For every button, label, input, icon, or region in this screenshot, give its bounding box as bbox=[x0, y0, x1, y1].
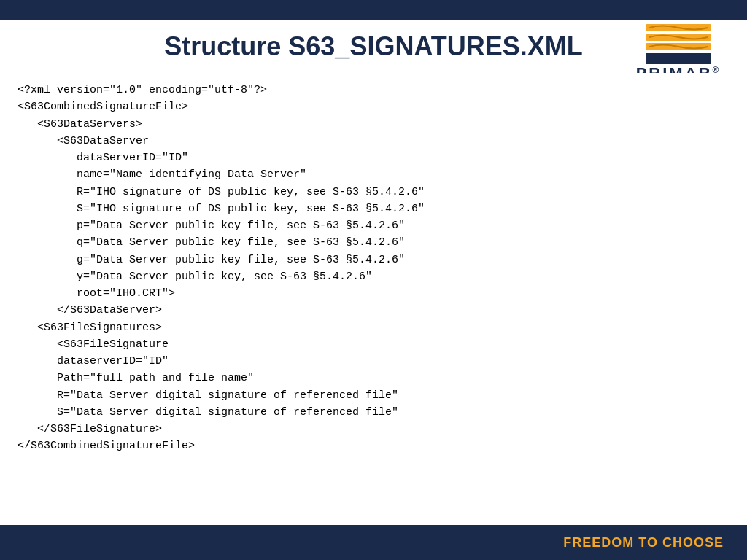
content-area: <?xml version="1.0" encoding="utf-8"?> <… bbox=[0, 73, 747, 525]
page-title: Structure S63_SIGNATURES.XML bbox=[164, 31, 582, 62]
xml-code-block: <?xml version="1.0" encoding="utf-8"?> <… bbox=[18, 82, 729, 455]
svg-rect-3 bbox=[646, 53, 711, 64]
primar-logo-waves bbox=[646, 24, 711, 64]
top-bar bbox=[0, 0, 747, 20]
freedom-to-choose-text: FREEDOM TO CHOOSE bbox=[563, 535, 724, 551]
bottom-bar: FREEDOM TO CHOOSE bbox=[0, 525, 747, 560]
